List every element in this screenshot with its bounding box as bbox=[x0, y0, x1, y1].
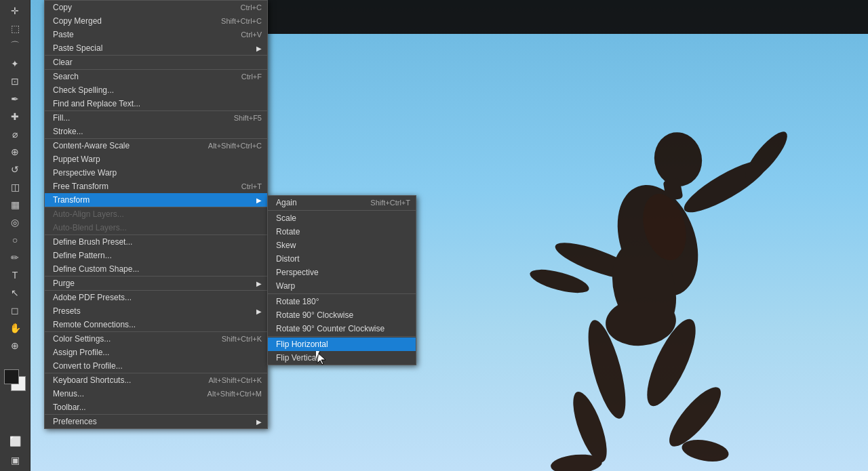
menu-item-find-replace[interactable]: Find and Replace Text... bbox=[45, 97, 267, 111]
menu-label-define-pattern: Define Pattern... bbox=[53, 251, 262, 260]
menu-item-copy-merged[interactable]: Copy Merged Shift+Ctrl+C bbox=[45, 14, 267, 28]
transform-again-label: Again bbox=[276, 198, 357, 207]
menu-item-copy[interactable]: Copy Ctrl+C bbox=[45, 1, 267, 14]
tool-pen[interactable]: ✏ bbox=[5, 249, 25, 266]
transform-rotate-90cw[interactable]: Rotate 90° Clockwise bbox=[268, 308, 416, 322]
menu-item-menus[interactable]: Menus... Alt+Shift+Ctrl+M bbox=[45, 387, 267, 401]
menu-item-fill[interactable]: Fill... Shift+F5 bbox=[45, 111, 267, 125]
transform-distort[interactable]: Distort bbox=[268, 252, 416, 266]
tool-dodge[interactable]: ○ bbox=[5, 232, 25, 248]
transform-warp[interactable]: Warp bbox=[268, 279, 416, 293]
tool-lasso[interactable]: ⌒ bbox=[5, 38, 25, 54]
transform-flip-horizontal[interactable]: Flip Horizontal bbox=[268, 337, 416, 351]
menu-item-search[interactable]: Search Ctrl+F bbox=[45, 70, 267, 83]
menu-item-clear[interactable]: Clear bbox=[45, 56, 267, 70]
menu-item-define-pattern[interactable]: Define Pattern... bbox=[45, 249, 267, 262]
menu-label-search: Search bbox=[53, 72, 228, 81]
submenu-arrow-transform: ▶ bbox=[256, 197, 262, 204]
tool-zoom[interactable]: ⊕ bbox=[5, 337, 25, 354]
foreground-color-swatch[interactable] bbox=[4, 369, 19, 384]
menu-shortcut-color-settings: Shift+Ctrl+K bbox=[222, 335, 262, 343]
menu-item-puppet-warp[interactable]: Puppet Warp bbox=[45, 152, 267, 166]
svg-point-4 bbox=[739, 127, 793, 186]
menu-label-clear: Clear bbox=[53, 58, 262, 67]
tool-gradient[interactable]: ▦ bbox=[5, 197, 25, 213]
menu-label-purge: Purge bbox=[53, 279, 253, 288]
menu-label-transform: Transform bbox=[53, 195, 253, 205]
menu-item-perspective-warp[interactable]: Perspective Warp bbox=[45, 166, 267, 180]
menu-label-free-transform: Free Transform bbox=[53, 182, 228, 191]
menu-item-paste-special[interactable]: Paste Special ▶ bbox=[45, 41, 267, 56]
tool-crop[interactable]: ⊡ bbox=[5, 73, 25, 89]
transform-rotate[interactable]: Rotate bbox=[268, 225, 416, 239]
transform-rotate-90ccw[interactable]: Rotate 90° Counter Clockwise bbox=[268, 322, 416, 335]
menu-item-assign-profile[interactable]: Assign Profile... bbox=[45, 346, 267, 359]
left-toolbar: ✛ ⬚ ⌒ ✦ ⊡ ✒ ✚ ⌀ ⊕ ↺ ◫ ▦ ◎ ○ ✏ T ↖ ◻ ✋ ⊕ … bbox=[0, 0, 31, 471]
menu-label-find-replace: Find and Replace Text... bbox=[53, 99, 262, 108]
transform-skew[interactable]: Skew bbox=[268, 239, 416, 252]
tool-eraser[interactable]: ◫ bbox=[5, 179, 25, 195]
tool-shape[interactable]: ◻ bbox=[5, 302, 25, 319]
menu-label-toolbar: Toolbar... bbox=[53, 403, 262, 412]
menu-item-transform[interactable]: Transform ▶ bbox=[45, 193, 267, 207]
menu-item-stroke[interactable]: Stroke... bbox=[45, 125, 267, 139]
menu-item-purge[interactable]: Purge ▶ bbox=[45, 277, 267, 291]
menu-item-toolbar[interactable]: Toolbar... bbox=[45, 401, 267, 415]
menu-item-pdf-presets[interactable]: Adobe PDF Presets... bbox=[45, 291, 267, 304]
tool-marquee[interactable]: ⬚ bbox=[5, 20, 25, 37]
transform-rotate-label: Rotate bbox=[276, 227, 410, 237]
transform-rotate-90cw-label: Rotate 90° Clockwise bbox=[276, 310, 410, 320]
tool-magic-wand[interactable]: ✦ bbox=[5, 56, 25, 72]
menu-shortcut-paste: Ctrl+V bbox=[241, 30, 262, 39]
color-swatches[interactable] bbox=[4, 369, 26, 391]
transform-again[interactable]: Again Shift+Ctrl+T bbox=[268, 196, 416, 209]
transform-sep-2 bbox=[268, 293, 416, 294]
transform-scale[interactable]: Scale bbox=[268, 211, 416, 225]
menu-item-content-aware-scale[interactable]: Content-Aware Scale Alt+Shift+Ctrl+C bbox=[45, 139, 267, 152]
menu-label-perspective-warp: Perspective Warp bbox=[53, 168, 262, 178]
tool-history[interactable]: ↺ bbox=[5, 161, 25, 178]
transform-flip-vertical[interactable]: Flip Vertical bbox=[268, 351, 416, 365]
menu-label-presets: Presets bbox=[53, 306, 253, 316]
menu-item-paste[interactable]: Paste Ctrl+V bbox=[45, 28, 267, 41]
tool-eyedropper[interactable]: ✒ bbox=[5, 91, 25, 107]
transform-skew-label: Skew bbox=[276, 241, 410, 250]
transform-rotate-180[interactable]: Rotate 180° bbox=[268, 295, 416, 308]
transform-scale-label: Scale bbox=[276, 213, 410, 223]
transform-perspective[interactable]: Perspective bbox=[268, 266, 416, 279]
tool-clone[interactable]: ⊕ bbox=[5, 144, 25, 160]
tool-path-selection[interactable]: ↖ bbox=[5, 285, 25, 301]
tool-brush[interactable]: ⌀ bbox=[5, 126, 25, 142]
menu-item-presets[interactable]: Presets ▶ bbox=[45, 304, 267, 318]
transform-flip-horizontal-label: Flip Horizontal bbox=[276, 340, 410, 349]
screen-mode-icon[interactable]: ▣ bbox=[5, 452, 25, 468]
menu-item-remote-connections[interactable]: Remote Connections... bbox=[45, 318, 267, 332]
menu-shortcut-content-aware-scale: Alt+Shift+Ctrl+C bbox=[208, 142, 262, 150]
menu-item-convert-profile[interactable]: Convert to Profile... bbox=[45, 359, 267, 373]
menu-item-free-transform[interactable]: Free Transform Ctrl+T bbox=[45, 180, 267, 193]
tool-type[interactable]: T bbox=[5, 267, 25, 283]
transform-sep-3 bbox=[268, 336, 416, 337]
tool-move[interactable]: ✛ bbox=[5, 3, 25, 19]
menu-label-copy: Copy bbox=[53, 3, 227, 12]
tool-healing[interactable]: ✚ bbox=[5, 108, 25, 125]
menu-shortcut-free-transform: Ctrl+T bbox=[241, 182, 262, 190]
menu-label-keyboard-shortcuts: Keyboard Shortcuts... bbox=[53, 375, 195, 385]
tool-hand[interactable]: ✋ bbox=[5, 320, 25, 336]
menu-item-keyboard-shortcuts[interactable]: Keyboard Shortcuts... Alt+Shift+Ctrl+K bbox=[45, 373, 267, 387]
menu-item-check-spelling[interactable]: Check Spelling... bbox=[45, 83, 267, 97]
menu-label-auto-blend: Auto-Blend Layers... bbox=[53, 223, 262, 232]
tool-blur[interactable]: ◎ bbox=[5, 214, 25, 230]
menu-shortcut-search: Ctrl+F bbox=[241, 73, 262, 81]
menu-item-define-brush[interactable]: Define Brush Preset... bbox=[45, 235, 267, 249]
menu-item-color-settings[interactable]: Color Settings... Shift+Ctrl+K bbox=[45, 332, 267, 346]
quick-mask-icon[interactable]: ⬜ bbox=[5, 433, 25, 449]
menu-item-preferences[interactable]: Preferences ▶ bbox=[45, 415, 267, 428]
menu-label-define-shape: Define Custom Shape... bbox=[53, 264, 262, 274]
menu-shortcut-copy-merged: Shift+Ctrl+C bbox=[221, 17, 262, 25]
menu-item-define-shape[interactable]: Define Custom Shape... bbox=[45, 262, 267, 277]
menu-label-content-aware-scale: Content-Aware Scale bbox=[53, 141, 195, 150]
transform-sep-1 bbox=[268, 210, 416, 211]
menu-label-color-settings: Color Settings... bbox=[53, 334, 208, 344]
menu-label-define-brush: Define Brush Preset... bbox=[53, 237, 262, 247]
